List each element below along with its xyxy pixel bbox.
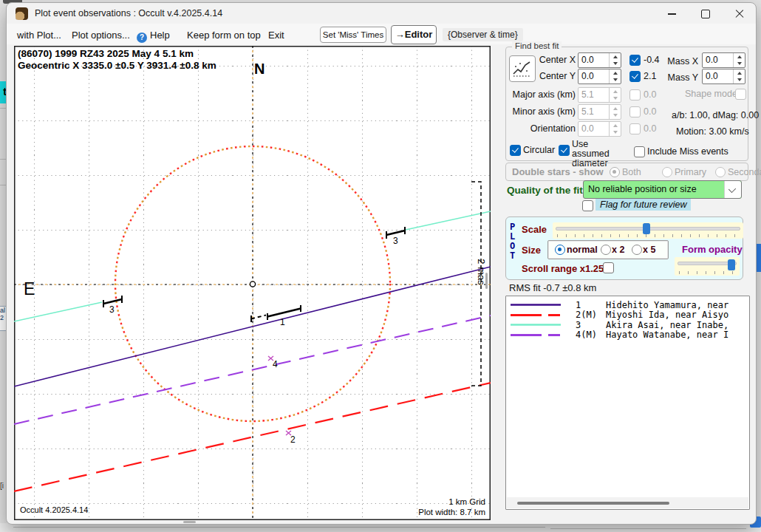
background-line — [550, 528, 746, 529]
find-best-fit-caption: Find best fit — [512, 41, 562, 50]
include-miss-events-checkbox[interactable] — [634, 146, 645, 157]
mass-x-label: Mass X — [667, 56, 698, 66]
mass-y-spinner[interactable]: 0.0 — [702, 69, 745, 84]
quality-of-fit-label: Quality of the fit — [507, 185, 583, 196]
plot-vertical-scrollbar[interactable] — [485, 273, 488, 289]
set-miss-times-button[interactable]: Set 'Miss' Times — [320, 27, 386, 43]
observer-name: Miyoshi Ida, near Aisyo — [606, 310, 728, 321]
legend-row[interactable]: 2(M) Miyoshi Ida, near Aisyo — [506, 310, 749, 321]
chord-3-label-right: 3 — [393, 236, 398, 246]
flag-review-checkbox[interactable] — [582, 200, 593, 211]
scale-slider-thumb[interactable] — [643, 223, 650, 234]
maximize-icon — [701, 10, 710, 18]
minor-axis-fit-checkbox — [629, 106, 641, 117]
minor-axis-label: Minor axis (km) — [508, 106, 576, 117]
grid-scale-label: 1 km Grid — [448, 497, 485, 506]
plot-canvas[interactable]: 1 3 3 4 2 2 mas (86070) 1999 RZ43 2025 M… — [14, 46, 491, 520]
chord-4-swatch — [510, 332, 562, 338]
occult-plot-window: Plot event observations : Occult v.4.202… — [6, 2, 757, 525]
orientation-fit-checkbox — [629, 123, 641, 134]
spin-up-icon — [610, 53, 621, 61]
size-x2-label: x 2 — [612, 245, 624, 255]
observer-name: Akira Asai, near Inabe, — [606, 320, 728, 330]
double-stars-secondary-radio — [715, 167, 726, 177]
center-y-fit-value: 2.1 — [644, 71, 656, 81]
chord-1-swatch — [510, 302, 562, 307]
minor-axis-fit-value: 0.0 — [644, 106, 656, 117]
legend-scrollbar-thumb[interactable] — [517, 502, 669, 505]
background-text-fragment: [i — [0, 482, 4, 490]
legend-row[interactable]: 4(M) Hayato Watanabe, near I — [506, 330, 749, 341]
east-label: E — [24, 279, 35, 299]
chord-4-label: 4 — [273, 359, 278, 369]
orientation-label: Orientation — [508, 123, 576, 134]
center-y-fit-checkbox[interactable] — [629, 71, 641, 82]
chord-2-label: 2 — [290, 434, 296, 445]
plot-options-panel: PLOT Scale Size normal x 2 x 5 Form opac… — [505, 216, 743, 280]
legend-row[interactable]: 3 Akira Asai, near Inabe, — [506, 320, 749, 330]
scroll-range-checkbox[interactable] — [603, 262, 614, 273]
mass-x-spinner[interactable]: 0.0 — [702, 52, 745, 68]
plot-title-line2: Geocentric X 3335.0 ±0.5 Y 3931.4 ±0.8 k… — [18, 60, 216, 71]
menu-keep-on-top[interactable]: Keep form on top — [187, 30, 261, 41]
legend-horizontal-scrollbar[interactable] — [507, 497, 748, 508]
chevron-down-icon[interactable] — [724, 181, 741, 198]
legend-row[interactable]: 1 Hidehito Yamamura, near — [506, 300, 749, 310]
center-x-label: Center X — [524, 55, 576, 65]
quality-of-fit-dropdown[interactable]: No reliable position or size — [583, 180, 742, 199]
form-opacity-slider-thumb[interactable] — [728, 259, 735, 270]
close-button[interactable] — [723, 3, 757, 25]
size-x5-radio[interactable] — [632, 245, 642, 255]
center-y-spinner[interactable]: 0.0 — [578, 69, 621, 84]
menu-help[interactable]: ?Help — [137, 30, 170, 43]
scroll-range-label: Scroll range x1.25 — [522, 263, 604, 274]
center-x-fit-checkbox[interactable] — [629, 55, 641, 66]
form-opacity-slider[interactable] — [675, 257, 740, 276]
menu-exit[interactable]: Exit — [268, 30, 284, 41]
motion-label: Motion: 3.00 km/s — [676, 126, 749, 137]
plot-vertical-label: PLOT — [510, 222, 518, 261]
major-axis-spinner: 5.1 — [578, 87, 621, 103]
chord-3-label-left: 3 — [109, 304, 115, 315]
center-x-fit-value: -0.4 — [644, 55, 660, 65]
plot-width-label: Plot width: 8.7 km — [418, 508, 485, 516]
circular-checkbox[interactable] — [510, 145, 521, 156]
observer-name: Hayato Watanabe, near I — [606, 330, 728, 341]
editor-button[interactable]: →Editor — [391, 25, 437, 44]
size-normal-radio[interactable] — [555, 245, 565, 255]
size-x5-label: x 5 — [643, 245, 655, 255]
scale-slider[interactable] — [553, 222, 743, 239]
major-axis-fit-checkbox — [629, 89, 641, 100]
orientation-spinner: 0.0 — [578, 121, 621, 137]
north-label: N — [254, 61, 265, 77]
observer-legend-list[interactable]: 1 Hidehito Yamamura, near 2(M) Miyoshi I… — [505, 296, 750, 510]
center-y-label: Center Y — [524, 71, 576, 81]
window-title: Plot event observations : Occult v.4.202… — [35, 8, 222, 18]
form-opacity-label: Form opacity — [682, 244, 743, 255]
major-axis-fit-value: 0.0 — [644, 89, 656, 100]
double-stars-secondary-label: Secondary — [728, 167, 761, 177]
size-radio-group: normal x 2 x 5 — [547, 240, 669, 259]
double-stars-both-radio — [610, 167, 620, 177]
app-icon — [16, 7, 28, 20]
help-icon: ? — [137, 33, 147, 43]
plot-title-line1: (86070) 1999 RZ43 2025 May 4 5.1 km — [18, 48, 194, 59]
circular-label: Circular — [523, 145, 555, 155]
mass-y-label: Mass Y — [667, 72, 698, 83]
menu-plot-options[interactable]: Plot options... — [72, 30, 130, 41]
double-stars-primary-radio — [662, 167, 672, 177]
center-x-spinner[interactable]: 0.0 — [578, 52, 621, 68]
major-axis-label: Major axis (km) — [508, 89, 576, 100]
minimize-button[interactable] — [655, 3, 689, 25]
background-line — [0, 108, 6, 109]
double-stars-both-label: Both — [622, 167, 641, 177]
size-x2-radio[interactable] — [601, 245, 611, 255]
menu-with-plot[interactable]: with Plot... — [17, 30, 61, 41]
shape-model-label: Shape model — [685, 89, 740, 99]
plot-horizontal-scrollbar[interactable] — [183, 521, 196, 523]
shape-model-checkbox — [735, 89, 746, 100]
use-assumed-diameter-checkbox[interactable] — [559, 145, 570, 156]
size-normal-label: normal — [567, 245, 598, 255]
maximize-button[interactable] — [689, 3, 723, 25]
minimize-icon — [668, 13, 676, 14]
